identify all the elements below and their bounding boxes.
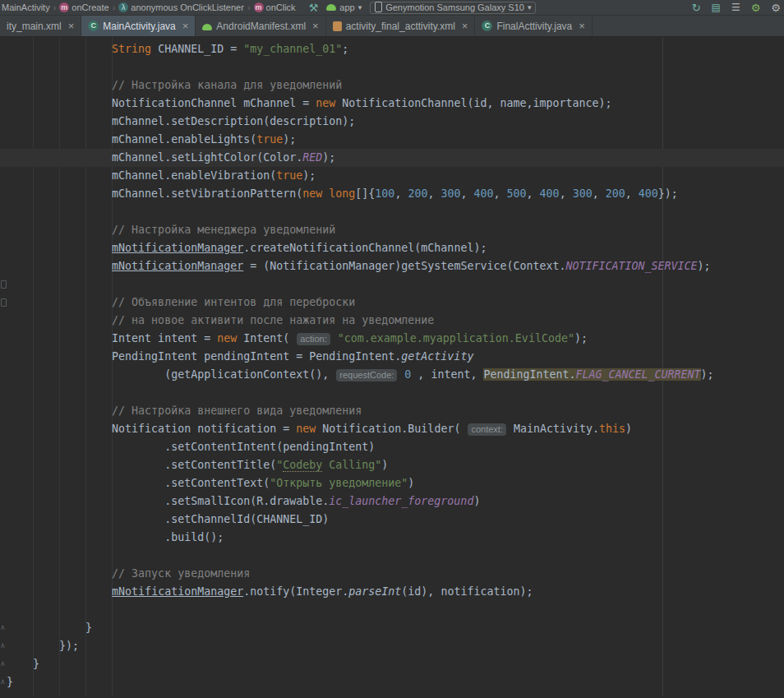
method-icon: m <box>254 2 264 12</box>
tab-label: FinalActtivity.java <box>496 21 572 32</box>
close-icon[interactable]: × <box>68 20 75 32</box>
android-studio-window: MainActivity›monCreate›λanonymous OnClic… <box>0 0 784 698</box>
code-line: .setChannelId(CHANNEL_ID) <box>0 511 784 529</box>
run-configuration-selector[interactable]: app ▾ <box>326 2 362 12</box>
gutter-marker-icon[interactable] <box>1 280 7 289</box>
code-line <box>0 601 784 619</box>
code-line: .setContentText("Открыть уведомление") <box>0 474 784 492</box>
tab-label: ity_main.xml <box>7 21 62 32</box>
chevron-right-icon: › <box>247 2 251 12</box>
breadcrumb-item[interactable]: monClick <box>254 2 296 12</box>
breadcrumbs: MainActivity›monCreate›λanonymous OnClic… <box>2 2 296 12</box>
class-icon: C <box>88 21 99 31</box>
editor-pane[interactable]: String CHANNEL_ID = "my_channel_01"; // … <box>0 37 784 696</box>
editor-tab[interactable]: ity_main.xml× <box>0 16 81 36</box>
code-line: Intent intent = new Intent( action: "com… <box>0 330 784 348</box>
tab-label: AndroidManifest.xml <box>216 21 306 32</box>
code-line: (getApplicationContext(), requestCode: 0… <box>0 366 784 384</box>
code-line: } <box>0 673 784 691</box>
close-icon[interactable]: × <box>182 20 189 32</box>
code-line: mChannel.setLightColor(Color.RED); <box>0 149 784 167</box>
fold-marker-icon[interactable]: ∧ <box>0 659 6 668</box>
code-line <box>0 58 784 76</box>
fold-marker-icon[interactable]: ∧ <box>0 623 6 631</box>
code-line: Notification notification = new Notifica… <box>0 420 784 438</box>
code-line: String CHANNEL_ID = "my_channel_01"; <box>0 40 784 58</box>
code-line <box>0 203 784 221</box>
logcat-icon[interactable]: ☰ <box>731 2 740 12</box>
code-line: // Настройка канала для уведомлений <box>0 76 784 95</box>
run-config-icon-slot <box>326 2 336 12</box>
close-icon[interactable]: × <box>579 20 585 32</box>
toolbar-actions: ⚒ app ▾ Genymotion Samsung Galaxy S10 ▾ … <box>309 2 782 14</box>
hammer-icon[interactable]: ⚒ <box>309 2 319 13</box>
code-line: mChannel.setVibrationPattern(new long[]{… <box>0 185 784 203</box>
breadcrumb-item[interactable]: λanonymous OnClickListener <box>118 2 244 12</box>
breadcrumb-item[interactable]: monCreate <box>59 2 108 12</box>
phone-icon <box>375 2 382 12</box>
code-line: .setContentIntent(pendingIntent) <box>0 438 784 456</box>
code-line: mChannel.enableLights(true); <box>0 131 784 149</box>
breadcrumb-label: onClick <box>266 2 296 12</box>
code-line: mNotificationManager.createNotificationC… <box>0 239 784 257</box>
device-label: Genymotion Samsung Galaxy S10 <box>385 2 524 12</box>
close-icon[interactable]: × <box>312 20 319 32</box>
breadcrumb-label: anonymous OnClickListener <box>131 2 244 12</box>
device-icon-slot <box>375 2 382 14</box>
build-icon-slot: ⚒ <box>309 2 319 13</box>
method-icon: m <box>59 2 69 12</box>
code-line: PendingIntent pendingIntent = PendingInt… <box>0 348 784 366</box>
fold-marker-icon[interactable]: ∧ <box>0 677 6 686</box>
code-line <box>0 547 784 565</box>
tab-label: MainActivity.java <box>103 21 175 32</box>
android-icon <box>326 4 336 11</box>
layout-icon <box>333 21 342 31</box>
close-icon[interactable]: × <box>462 20 468 32</box>
code-line: // Настройка менеджера уведомлений <box>0 221 784 239</box>
tab-label: activity_final_acttivity.xml <box>346 21 455 32</box>
code-line: mChannel.enableVibration(true); <box>0 167 784 185</box>
chevron-right-icon: › <box>53 2 58 12</box>
breadcrumb-label: onCreate <box>71 2 108 12</box>
breadcrumb-label: MainActivity <box>2 2 50 12</box>
chevron-right-icon: › <box>112 2 117 12</box>
chevron-down-icon: ▾ <box>528 3 532 12</box>
code-line <box>0 275 784 294</box>
code-line: // на новое активити после нажатия на ув… <box>0 312 784 330</box>
code-line: .build(); <box>0 529 784 547</box>
code-area[interactable]: String CHANNEL_ID = "my_channel_01"; // … <box>0 37 784 691</box>
code-line: } <box>0 655 784 673</box>
code-line: mChannel.setDescription(description); <box>0 113 784 131</box>
code-line: // Объявление интентов для переброски <box>0 294 784 312</box>
run-config-label: app <box>339 2 354 12</box>
chevron-down-icon: ▾ <box>358 3 362 12</box>
breadcrumb-item[interactable]: MainActivity <box>2 2 50 12</box>
fold-marker-icon[interactable]: ∧ <box>0 641 6 649</box>
code-line: // Настройка внешнего вида уведомления <box>0 402 784 420</box>
editor-tab[interactable]: AndroidManifest.xml× <box>196 16 325 36</box>
editor-tab[interactable]: CFinalActtivity.java× <box>475 16 592 36</box>
sdk-manager-icon[interactable]: ⚙ <box>751 2 761 13</box>
gradle-sync-icon[interactable]: ↻ <box>692 2 701 13</box>
code-line: .setContentTitle("Codeby Calling") <box>0 456 784 474</box>
android-icon <box>202 24 212 30</box>
device-manager-icon[interactable]: ▤ <box>712 2 721 12</box>
code-line: .setSmallIcon(R.drawable.ic_launcher_for… <box>0 492 784 511</box>
device-selector[interactable]: Genymotion Samsung Galaxy S10 ▾ <box>370 2 536 14</box>
code-line <box>0 384 784 402</box>
code-line: }); <box>0 637 784 655</box>
anonymous-class-icon: λ <box>118 2 128 12</box>
class-icon: C <box>482 21 492 31</box>
navigation-bar: MainActivity›monCreate›λanonymous OnClic… <box>0 0 784 16</box>
gutter-marker-icon[interactable] <box>1 298 7 307</box>
editor-tab-bar: ity_main.xml×CMainActivity.java×AndroidM… <box>0 16 784 37</box>
settings-icon[interactable]: ⚙ <box>771 2 781 13</box>
editor-tab[interactable]: CMainActivity.java× <box>81 16 196 36</box>
code-line: mNotificationManager.notify(Integer.pars… <box>0 583 784 601</box>
editor-tab[interactable]: activity_final_acttivity.xml× <box>326 16 476 36</box>
code-line: NotificationChannel mChannel = new Notif… <box>0 95 784 113</box>
toolbar-right-icons: ↻▤☰⚙⚙ <box>692 2 782 13</box>
code-line: } <box>0 619 784 637</box>
code-line: mNotificationManager = (NotificationMana… <box>0 257 784 275</box>
code-line: // Запуск уведомления <box>0 565 784 583</box>
